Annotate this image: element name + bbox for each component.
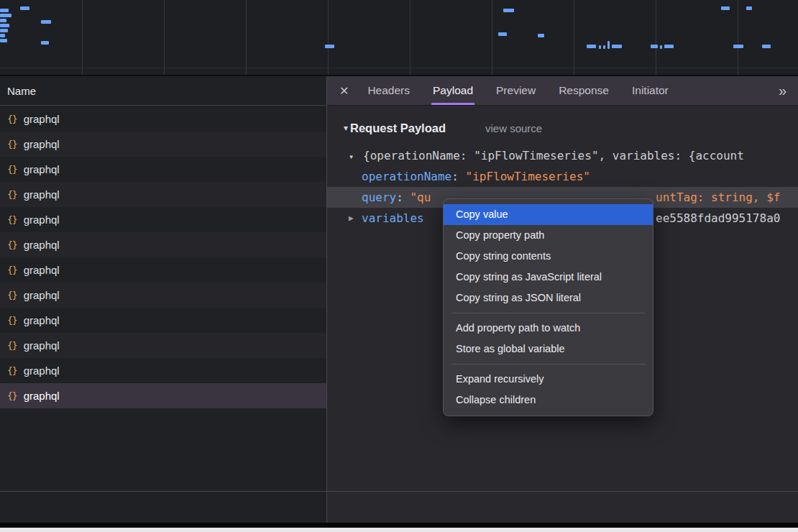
- request-name: graphql: [24, 289, 60, 301]
- request-name: graphql: [24, 138, 60, 150]
- menu-item-copy-string-as-json-literal[interactable]: Copy string as JSON literal: [444, 288, 653, 308]
- request-row[interactable]: {}graphql: [0, 308, 326, 333]
- tab-headers[interactable]: Headers: [367, 76, 410, 105]
- expand-caret-icon[interactable]: ▶: [349, 208, 354, 229]
- window-bottom-edge: [0, 523, 798, 528]
- grid-line: [164, 0, 165, 75]
- grid-line: [246, 0, 247, 75]
- request-timing-bar: [0, 24, 9, 27]
- request-row[interactable]: {}graphql: [0, 182, 326, 207]
- request-timing-bar: [762, 45, 771, 48]
- collapse-caret-icon[interactable]: ▾: [344, 123, 348, 133]
- request-timing-bar: [325, 45, 334, 48]
- status-bar-divider: [0, 491, 798, 492]
- braces-icon: {}: [7, 164, 17, 175]
- expand-caret-icon[interactable]: ▾: [349, 147, 363, 166]
- request-row[interactable]: {}graphql: [0, 106, 326, 132]
- request-timing-bar: [41, 20, 51, 24]
- menu-item-store-as-global-variable[interactable]: Store as global variable: [444, 339, 653, 359]
- tab-initiator[interactable]: Initiator: [632, 76, 669, 105]
- detail-tab-bar: ✕ Headers Payload Preview Response Initi…: [327, 76, 798, 106]
- request-row[interactable]: {}graphql: [0, 132, 326, 157]
- payload-summary: {operationName: "ipFlowTimeseries", vari…: [363, 149, 744, 162]
- request-timing-bar: [721, 6, 730, 10]
- request-timing-bar: [0, 39, 7, 42]
- property-key: variables: [362, 211, 424, 225]
- request-timing-bar: [660, 45, 662, 49]
- menu-item-collapse-children[interactable]: Collapse children: [444, 390, 653, 411]
- grid-line: [82, 0, 83, 75]
- request-name: graphql: [24, 239, 60, 251]
- property-preview-end: ee5588fdad995178a0: [656, 208, 780, 229]
- request-row[interactable]: {}graphql: [0, 207, 326, 232]
- braces-icon: {}: [7, 139, 17, 150]
- tab-response[interactable]: Response: [559, 76, 609, 105]
- request-row[interactable]: {}graphql: [0, 232, 326, 257]
- request-timing-bar: [603, 45, 605, 49]
- request-name: graphql: [24, 188, 60, 201]
- request-name: graphql: [24, 214, 60, 226]
- name-column-label: Name: [7, 85, 36, 97]
- request-timing-bar: [664, 45, 674, 48]
- property-key: query: [362, 191, 396, 204]
- menu-separator: [451, 313, 645, 313]
- braces-icon: {}: [7, 315, 17, 326]
- request-timing-bar: [0, 19, 6, 22]
- property-value-start: "qu: [410, 191, 431, 204]
- grid-line: [738, 0, 738, 75]
- network-overview[interactable]: [0, 0, 798, 76]
- menu-item-add-property-path-to-watch[interactable]: Add property path to watch: [444, 318, 653, 339]
- request-row[interactable]: {}graphql: [0, 358, 326, 383]
- property-value-end: untTag: string, $f: [656, 187, 780, 208]
- request-timing-bar: [0, 29, 8, 32]
- request-name: graphql: [24, 339, 60, 352]
- request-name: graphql: [24, 113, 60, 125]
- braces-icon: {}: [7, 239, 17, 250]
- braces-icon: {}: [7, 265, 17, 275]
- menu-item-copy-property-path[interactable]: Copy property path: [444, 225, 653, 246]
- payload-row-operationname[interactable]: operationName: "ipFlowTimeseries": [327, 166, 798, 187]
- request-name: graphql: [24, 314, 60, 326]
- request-timing-bar: [41, 41, 49, 45]
- request-payload-title: Request Payload: [350, 121, 446, 135]
- grid-line: [574, 0, 574, 75]
- grid-line: [328, 0, 329, 75]
- request-row[interactable]: {}graphql: [0, 383, 326, 408]
- request-row[interactable]: {}graphql: [0, 157, 326, 182]
- braces-icon: {}: [7, 390, 17, 401]
- menu-item-copy-string-contents[interactable]: Copy string contents: [444, 246, 653, 267]
- request-timing-bar: [746, 6, 752, 10]
- view-source-link[interactable]: view source: [485, 122, 542, 134]
- menu-item-copy-string-as-javascript-literal[interactable]: Copy string as JavaScript literal: [444, 267, 653, 288]
- request-row[interactable]: {}graphql: [0, 283, 326, 308]
- property-value: "ipFlowTimeseries": [466, 170, 590, 183]
- tab-payload[interactable]: Payload: [433, 76, 473, 105]
- request-timing-bar: [587, 45, 596, 48]
- timeline-baseline: [0, 68, 798, 68]
- more-tabs-icon[interactable]: »: [779, 83, 786, 98]
- braces-icon: {}: [7, 114, 17, 124]
- request-timing-bar: [538, 34, 544, 37]
- request-name: graphql: [24, 163, 60, 175]
- grid-line: [492, 0, 492, 75]
- request-timing-bar: [498, 32, 507, 36]
- close-icon[interactable]: ✕: [339, 84, 349, 98]
- payload-root-row[interactable]: ▾{operationName: "ipFlowTimeseries", var…: [327, 145, 798, 166]
- request-row[interactable]: {}graphql: [0, 333, 326, 358]
- panel-divider[interactable]: [326, 76, 327, 523]
- request-timing-bar: [20, 6, 29, 10]
- tab-preview[interactable]: Preview: [496, 76, 536, 105]
- request-timing-bar: [612, 45, 622, 48]
- name-column-header[interactable]: Name: [0, 76, 326, 106]
- grid-line: [410, 0, 411, 75]
- devtools-network-panel: Name {}graphql{}graphql{}graphql{}graphq…: [0, 0, 798, 532]
- menu-item-copy-value[interactable]: Copy value: [444, 204, 653, 225]
- request-row[interactable]: {}graphql: [0, 257, 326, 283]
- request-timing-bar: [607, 41, 610, 49]
- menu-item-expand-recursively[interactable]: Expand recursively: [444, 369, 653, 390]
- request-timing-bar: [0, 34, 5, 37]
- request-timing-bar: [651, 45, 658, 48]
- request-list: {}graphql{}graphql{}graphql{}graphql{}gr…: [0, 106, 326, 408]
- page-background-edge: [0, 528, 798, 532]
- request-timing-bar: [0, 14, 12, 17]
